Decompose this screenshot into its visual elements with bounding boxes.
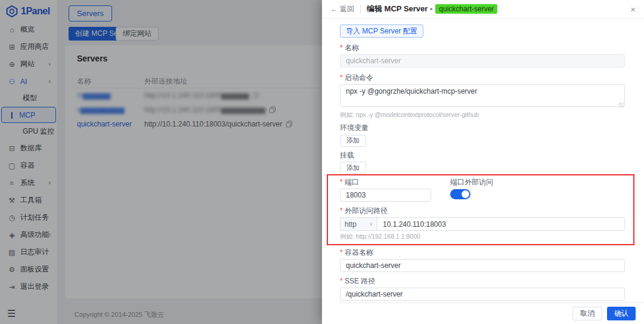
port-external-label: 端口外部访问 <box>450 178 493 187</box>
drawer-body: 导入 MCP Server 配置 名称 启动命令 npx -y @gongrzh… <box>322 18 644 303</box>
protocol-select[interactable]: http ∨ <box>340 217 377 231</box>
server-name-badge: quickchart-server <box>435 4 497 14</box>
port-label: 端口 <box>340 178 431 187</box>
chevron-down-icon: ∨ <box>369 221 373 227</box>
name-label: 名称 <box>340 44 625 53</box>
env-label: 环境变量 <box>340 124 625 132</box>
port-input[interactable] <box>340 189 431 202</box>
screen: 1Panel ⌂ 概览 ⊞ 应用商店 ⊕ 网站 ∨ ⚇ AI ∧ 模型 <box>0 0 644 324</box>
confirm-button[interactable]: 确认 <box>607 307 636 320</box>
add-env-button[interactable]: 添加 <box>340 135 366 147</box>
import-mcp-config-button[interactable]: 导入 MCP Server 配置 <box>340 24 423 38</box>
drawer-title: 编辑 MCP Server - <box>367 4 432 14</box>
close-icon[interactable]: × <box>630 4 636 14</box>
edit-mcp-server-drawer: ← 返回 编辑 MCP Server - quickchart-server ×… <box>322 0 644 324</box>
command-label: 启动命令 <box>340 73 625 82</box>
drawer-header: ← 返回 编辑 MCP Server - quickchart-server × <box>322 0 644 18</box>
back-arrow-icon: ← <box>330 5 338 13</box>
container-name-label: 容器名称 <box>340 248 625 257</box>
sse-path-input[interactable] <box>340 288 625 301</box>
name-input[interactable] <box>340 54 625 67</box>
back-button[interactable]: ← 返回 <box>330 4 354 14</box>
external-path-input[interactable] <box>377 217 625 231</box>
sse-path-label: SSE 路径 <box>340 277 625 286</box>
command-hint: 例如: npx -y @modelcontextprotocol/server-… <box>340 111 625 119</box>
drawer-footer: 取消 确认 <box>340 303 644 324</box>
external-path-label: 外部访问路径 <box>340 206 625 215</box>
mount-label: 挂载 <box>340 151 625 160</box>
port-external-toggle[interactable] <box>450 189 470 199</box>
external-path-hint: 例如: http://192.168.1.1:8000 <box>340 233 625 240</box>
container-name-input[interactable] <box>340 259 625 272</box>
divider <box>360 5 361 13</box>
add-mount-button[interactable]: 添加 <box>340 162 366 174</box>
cancel-button[interactable]: 取消 <box>572 307 602 320</box>
command-textarea[interactable]: npx -y @gongrzhe/quickchart-mcp-server <box>340 84 625 107</box>
